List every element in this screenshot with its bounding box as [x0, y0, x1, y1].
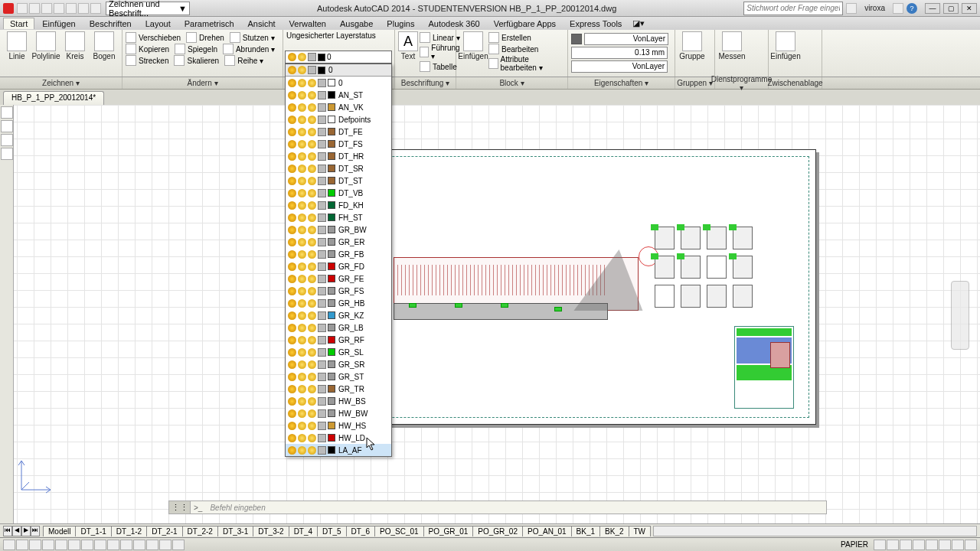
sun-icon[interactable]: [298, 397, 306, 406]
sun-icon[interactable]: [298, 324, 306, 332]
color-swatch-icon[interactable]: [328, 103, 335, 111]
lock-icon[interactable]: [318, 165, 326, 173]
color-swatch-icon[interactable]: [328, 177, 335, 184]
status-icon[interactable]: [81, 540, 93, 550]
lock-icon[interactable]: [318, 373, 326, 381]
layer-row[interactable]: GR_FD: [286, 260, 391, 272]
layer-row[interactable]: GR_TR: [286, 383, 391, 395]
layer-row[interactable]: GR_HB: [286, 297, 391, 309]
freeze-icon[interactable]: [308, 360, 316, 369]
sun-icon[interactable]: [298, 238, 306, 246]
lock-icon[interactable]: [318, 299, 326, 308]
qat-plot-icon[interactable]: [66, 3, 77, 14]
lock-icon[interactable]: [318, 189, 326, 197]
status-icon[interactable]: [913, 540, 925, 550]
maximize-button[interactable]: ▢: [943, 3, 959, 14]
freeze-icon[interactable]: [308, 434, 316, 442]
color-dropdown[interactable]: VonLayer: [584, 33, 668, 45]
tab-plugins[interactable]: Plugins: [381, 18, 420, 29]
panel-label-zeichnen[interactable]: Zeichnen ▾: [0, 77, 122, 89]
color-swatch-icon[interactable]: [328, 79, 335, 86]
layout-tab[interactable]: PO_SC_01: [374, 526, 424, 536]
bulb-icon[interactable]: [288, 189, 296, 197]
status-icon[interactable]: [94, 540, 106, 550]
color-swatch-icon[interactable]: [328, 275, 335, 282]
freeze-icon[interactable]: [308, 446, 316, 455]
layer-row[interactable]: DT_VB: [286, 187, 391, 199]
bulb-icon[interactable]: [288, 250, 296, 259]
layer-row[interactable]: GR_KZ: [286, 309, 391, 321]
bulb-icon[interactable]: [288, 262, 296, 271]
layer-row[interactable]: GR_ER: [286, 236, 391, 248]
layout-tab[interactable]: PO_GR_01: [423, 526, 474, 536]
layer-row[interactable]: HW_BW: [286, 407, 391, 419]
bulb-icon[interactable]: [288, 116, 296, 124]
sun-icon[interactable]: [298, 262, 306, 271]
status-icon[interactable]: [68, 540, 80, 550]
lock-icon[interactable]: [318, 214, 326, 222]
bulb-icon[interactable]: [288, 385, 296, 393]
kreis-button[interactable]: Kreis: [61, 31, 89, 77]
color-swatch-icon[interactable]: [328, 140, 335, 148]
bulb-icon[interactable]: [288, 311, 296, 320]
lock-icon[interactable]: [318, 409, 326, 418]
polylinie-button[interactable]: Polylinie: [32, 31, 60, 77]
layer-row[interactable]: GR_SL: [286, 346, 391, 358]
qat-redo-icon[interactable]: [90, 3, 101, 14]
command-line[interactable]: ⋮⋮ >_ Befehl eingeben: [168, 500, 827, 514]
color-swatch-icon[interactable]: [328, 422, 335, 429]
text-button[interactable]: AText: [398, 31, 418, 77]
bulb-icon[interactable]: [288, 226, 296, 234]
layout-first-icon[interactable]: ⏮: [3, 526, 12, 536]
panel-label-block[interactable]: Block ▾: [456, 77, 568, 89]
sun-icon[interactable]: [298, 177, 306, 185]
help-icon[interactable]: ?: [906, 3, 917, 14]
status-icon[interactable]: [107, 540, 119, 550]
panel-label-zwisch[interactable]: Zwischenablage: [769, 77, 822, 89]
color-swatch-icon[interactable]: [328, 373, 335, 380]
color-swatch-icon[interactable]: [328, 299, 335, 307]
lock-icon[interactable]: [318, 262, 326, 271]
status-icon[interactable]: [965, 540, 977, 550]
lock-icon[interactable]: [318, 311, 326, 320]
color-swatch-icon[interactable]: [328, 238, 335, 246]
bulb-icon[interactable]: [288, 373, 296, 381]
freeze-icon[interactable]: [308, 238, 316, 246]
bulb-icon[interactable]: [288, 275, 296, 283]
status-icon[interactable]: [146, 540, 158, 550]
bulb-icon[interactable]: [288, 238, 296, 246]
lock-icon[interactable]: [318, 226, 326, 234]
layout-tab[interactable]: DT_2-2: [182, 526, 218, 536]
search-input[interactable]: [743, 2, 843, 15]
bulb-icon[interactable]: [288, 434, 296, 442]
layer-row[interactable]: HW_LD: [286, 432, 391, 444]
layer-row[interactable]: Defpoints: [286, 113, 391, 126]
panel-label-dienst[interactable]: Dienstprogramme ▾: [715, 77, 769, 89]
close-button[interactable]: ✕: [962, 3, 977, 14]
layer-row[interactable]: DT_HR: [286, 150, 391, 162]
status-icon[interactable]: [874, 540, 886, 550]
stutzen-button[interactable]: Stutzen ▾: [243, 34, 275, 42]
layer-row[interactable]: GR_ST: [286, 370, 391, 383]
sun-icon[interactable]: [298, 348, 306, 357]
block-einfuegen-button[interactable]: Einfügen: [459, 31, 487, 77]
freeze-icon[interactable]: [308, 152, 316, 161]
tab-parametrisch[interactable]: Parametrisch: [178, 18, 240, 29]
color-swatch-icon[interactable]: [328, 189, 335, 197]
layout-tab[interactable]: DT_1-1: [75, 526, 111, 536]
cmdline-handle-icon[interactable]: ⋮⋮: [169, 501, 191, 514]
freeze-icon[interactable]: [308, 165, 316, 173]
layer-row[interactable]: FD_KH: [286, 199, 391, 211]
lock-icon[interactable]: [318, 287, 326, 295]
bulb-icon[interactable]: [288, 128, 296, 136]
status-icon[interactable]: [172, 540, 185, 550]
bulb-icon[interactable]: [288, 177, 296, 185]
panel-label-beschrift[interactable]: Beschriftung ▾: [395, 77, 456, 89]
layout-tab[interactable]: DT_4: [289, 526, 318, 536]
sun-icon[interactable]: [298, 165, 306, 173]
status-icon[interactable]: [133, 540, 145, 550]
tab-express[interactable]: Express Tools: [564, 18, 628, 29]
strecken-button[interactable]: Strecken: [139, 57, 168, 65]
freeze-icon[interactable]: [308, 177, 316, 185]
bulb-icon[interactable]: [288, 397, 296, 406]
